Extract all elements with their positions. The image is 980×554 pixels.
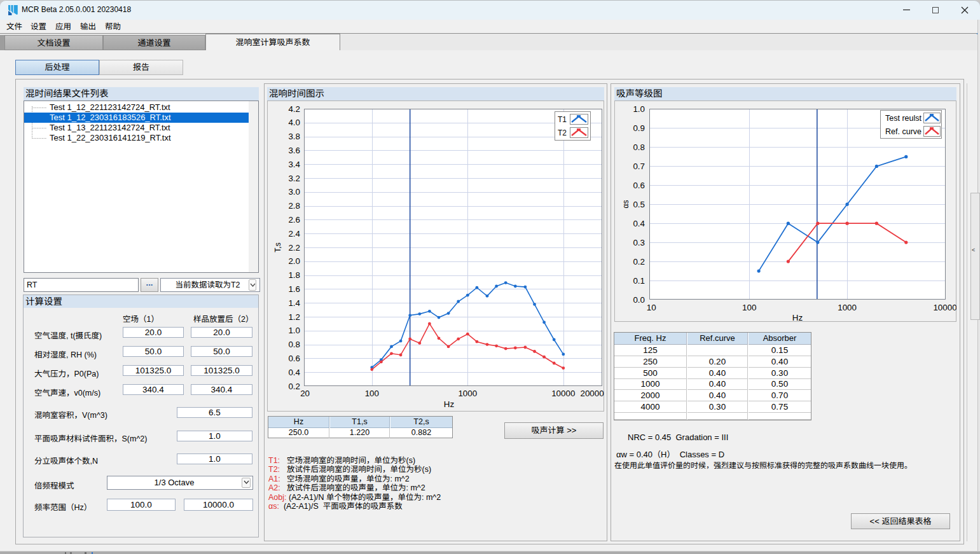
svg-text:T2: T2 — [558, 128, 567, 137]
svg-text:Test reulst: Test reulst — [885, 114, 921, 123]
svg-text:0.5: 0.5 — [633, 200, 645, 209]
svg-text:0.8: 0.8 — [288, 340, 300, 349]
svg-text:10000: 10000 — [551, 389, 575, 398]
svg-text:100: 100 — [742, 303, 756, 312]
svg-text:αs: αs — [621, 200, 630, 209]
svg-text:0.6: 0.6 — [288, 354, 300, 363]
svg-text:2.0: 2.0 — [288, 256, 300, 266]
svg-text:0.0: 0.0 — [633, 295, 645, 305]
svg-text:3.2: 3.2 — [288, 174, 300, 183]
svg-text:1.0: 1.0 — [633, 104, 645, 114]
svg-text:T,s: T,s — [273, 242, 282, 252]
svg-text:3.6: 3.6 — [288, 146, 300, 155]
svg-text:1.6: 1.6 — [288, 284, 300, 294]
svg-text:0.7: 0.7 — [633, 162, 645, 171]
svg-text:1.8: 1.8 — [288, 270, 300, 280]
svg-text:Hz: Hz — [444, 399, 455, 409]
svg-text:3.4: 3.4 — [288, 160, 300, 169]
svg-text:2.6: 2.6 — [288, 215, 300, 225]
svg-text:3.0: 3.0 — [288, 187, 300, 197]
svg-text:2.2: 2.2 — [288, 243, 300, 253]
svg-text:1.0: 1.0 — [288, 326, 300, 335]
svg-text:20000: 20000 — [580, 389, 604, 398]
svg-text:4.0: 4.0 — [288, 118, 300, 127]
svg-text:0.8: 0.8 — [633, 142, 645, 152]
svg-text:1.2: 1.2 — [288, 312, 300, 322]
svg-text:0.2: 0.2 — [288, 382, 300, 391]
svg-text:0.2: 0.2 — [633, 257, 645, 267]
svg-text:20: 20 — [300, 389, 310, 398]
svg-text:0.1: 0.1 — [633, 276, 645, 286]
svg-text:T1: T1 — [558, 115, 567, 124]
svg-text:2.8: 2.8 — [288, 201, 300, 211]
svg-text:0.3: 0.3 — [633, 238, 645, 247]
svg-text:4.2: 4.2 — [288, 104, 300, 114]
svg-text:1000: 1000 — [838, 303, 857, 312]
svg-text:0.9: 0.9 — [633, 123, 645, 133]
svg-text:2.4: 2.4 — [288, 229, 300, 239]
svg-text:0.6: 0.6 — [633, 181, 645, 190]
svg-text:10: 10 — [647, 303, 656, 312]
svg-text:1000: 1000 — [458, 389, 477, 398]
svg-text:0.4: 0.4 — [288, 368, 300, 377]
svg-text:1.4: 1.4 — [288, 298, 300, 308]
svg-text:0.4: 0.4 — [633, 219, 645, 228]
svg-text:Hz: Hz — [792, 313, 803, 322]
svg-text:Ref. curve: Ref. curve — [885, 127, 921, 136]
svg-text:3.8: 3.8 — [288, 132, 300, 141]
svg-text:100: 100 — [365, 389, 379, 398]
svg-text:10000: 10000 — [933, 303, 956, 312]
